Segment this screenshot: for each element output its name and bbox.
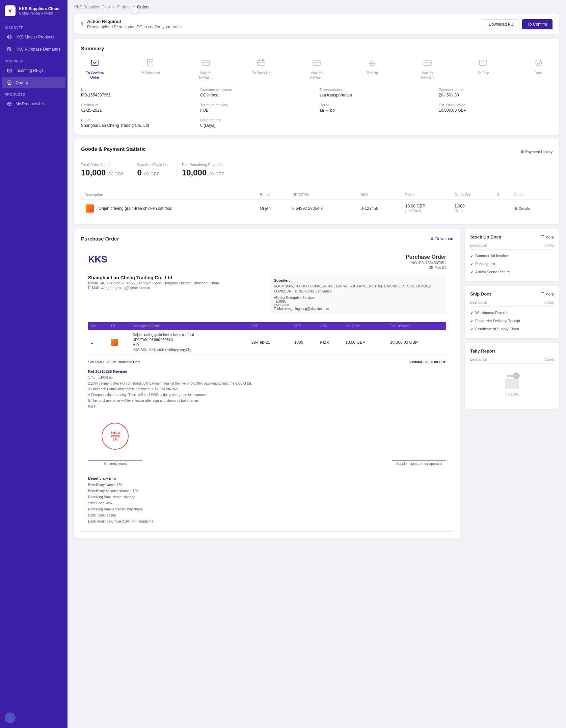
breadcrumb-link-club[interactable]: KKS Suppliers Club [74,5,110,9]
step-connector-4 [275,63,303,63]
to-confirm-button[interactable]: To Confirm [522,19,552,29]
svg-rect-19 [202,61,210,65]
beneficiary-title: Beneficiary info [88,476,116,480]
po-inner-header: KKS Purchase Order NO.:PO-1554387951 25-… [88,254,446,270]
step-label-wait3: Wait for Payment [416,71,439,80]
tally-col-action: Action [544,358,554,361]
tally-report-card: Tally Report Description Action No Data [465,343,559,409]
sig-block-sender: 上海兰成贸易有限公司 Sincerely yours [88,423,142,466]
sig-line-sender [88,452,142,460]
chevron-down-icon-3: ∨ [470,270,473,274]
col-description: Description [81,190,257,200]
po-col-price: Unit Price [343,322,387,330]
details-link[interactable]: ☰ Details [514,206,549,211]
breadcrumb-link-orders[interactable]: Orders [117,5,130,9]
supplier-tel: Tel:888, [274,300,443,303]
product-name: Orijen craving grain-free chicken cat fo… [99,206,172,211]
po-table-header: NO. Pic Description&Code BBD QTY UOM Uni… [88,322,446,330]
step-icon-wait2 [311,57,323,69]
po-ref: Ref:20210225-Revised [88,369,446,373]
step-wait-payment-3: Wait for Payment [414,57,441,80]
svg-line-7 [11,51,11,51]
doc-item-commercial-invoice: ∨ Commercial Invoice [470,252,554,260]
doc-item-label-packing: Packing List [475,262,495,266]
step-connector-2 [164,63,192,63]
po-from-email: E-Mail: wangmingming@kksclub.com [88,286,264,290]
order-steps: To Confirm Order PI Submitted [81,57,552,80]
ship-docs-card: Ship Docs ☰ More Description Status ∨ Wa… [465,286,559,338]
details-label: Details [519,206,530,211]
step-label-stock: To Stock Up [252,71,270,75]
tally-col-desc: Description [470,358,487,361]
svg-rect-14 [91,60,98,65]
payment-stat-card: Goods & Payment Statistic ☰ Payment Hist… [74,139,559,224]
payment-history-link[interactable]: ☰ Payment History [520,149,552,154]
po-col-bbd: BBD [249,322,292,330]
po-line-items-table: NO. Pic Description&Code BBD QTY UOM Uni… [88,322,446,355]
goods-table-container: Description Brand UPC/EAN MID Price Orde… [81,190,552,218]
sidebar-section-business: BUSINESS [0,55,68,64]
sidebar-item-master-products[interactable]: KKS Master Products [2,31,65,43]
doc-item-label-certificate: Certificate of Supply Chain [475,327,519,331]
sidebar-label-incoming-rfqs: Incoming RFQs [16,68,44,73]
step-label-ship: To Ship [367,71,378,75]
ship-docs-more-button[interactable]: ☰ More [541,292,554,296]
step-to-stock-up: To Stock Up [247,57,275,75]
payment-history-icon: ☰ [520,149,524,154]
po-product-thumb [111,339,118,346]
detail-customs: Customs clearance CC Import [200,88,314,97]
supplier-address: ROOM 1605, HO KING COMMERCIAL CENTRE, 2-… [274,284,443,294]
tally-cols: Description Action [470,358,554,364]
beneficiary-bank-code: Bank Code: daima [88,513,116,517]
content-area: ℹ Action Required Please upload PI or si… [68,14,566,728]
more-icon-stock: ☰ [541,235,544,239]
po-document: KKS Purchase Order NO.:PO-1554387951 25-… [81,247,453,532]
step-label-done: Done [535,71,543,75]
sidebar-item-incoming-rfqs[interactable]: Incoming RFQs [2,65,65,76]
sidebar-item-my-products[interactable]: My Products List [2,98,65,110]
sidebar-label-my-products: My Products List [16,102,46,106]
sidebar-collapse-button[interactable]: ‹ [132,7,138,13]
sidebar: V KKS Suppliers Cloud Global trading pla… [0,0,68,728]
step-connector-7 [441,63,469,63]
detail-buyer: Buyer Shanghai Lan Cheng Trading Co., Lt… [81,118,195,128]
stock-up-docs-more-button[interactable]: ☰ More [541,235,554,239]
po-from-address: Room 146, Building 2, No.723 Tongxin Roa… [88,281,264,285]
payment-stats-row: Total Order Value 10,000.00 GBP Received… [81,163,552,183]
supplier-fax: Fax:0-888 [274,303,443,307]
stock-up-docs-header: Stock Up Docs ☰ More [470,234,554,240]
po-subtotal: Subtotal 10,000.00 GBP [408,360,446,364]
step-label-wait2: Wait for Payment [305,71,328,80]
main-content: ‹ KKS Suppliers Club / Orders / Orders ℹ… [68,0,566,728]
row-upc: 0 64992 28054 3 [289,200,358,218]
summary-title: Summary [81,46,552,51]
step-label-wait1: Wait for Payment [194,71,218,80]
sidebar-item-purchase-demands[interactable]: KKS Purchase Demands [2,44,65,55]
po-col-desc: Description&Code [130,322,249,330]
po-parties: Shanghai Lan Cheng Trading Co., Ltd Room… [88,275,446,318]
download-po-button[interactable]: Download PO [483,19,519,29]
ship-docs-header: Ship Docs ☰ More [470,291,554,297]
ship-docs-title: Ship Docs [470,291,492,297]
row-description: Orijen craving grain-free chicken cat fo… [81,200,257,218]
po-download-button[interactable]: ⬇ Download [430,236,453,241]
product-thumbnail [86,204,94,213]
doc-item-arrival-scene: ∨ Arrival Scene Picture [470,268,554,276]
user-avatar[interactable]: 👤 [5,712,16,723]
docs-section: Stock Up Docs ☰ More Description Status … [465,229,559,538]
goods-table: Description Brand UPC/EAN MID Price Orde… [81,190,552,218]
svg-rect-28 [424,61,431,65]
po-download-label: Download [435,236,453,241]
file-search-icon [7,47,12,52]
no-data-label: No Data [505,392,519,397]
step-wait-payment-2: Wait for Payment [303,57,330,80]
po-item-total: 10,000.00 GBP [387,330,446,355]
sig-stamp: 上海兰成贸易有限公司 [102,423,129,450]
supplier-company: Alibaba Enterprise Services [274,296,443,300]
sidebar-item-orders[interactable]: Orders [2,77,65,88]
detail-leading-time: Leading time 6 (Days) [200,118,314,128]
step-to-confirm: To Confirm Order [81,57,109,80]
step-icon-ship [366,57,378,69]
action-banner-title: Action Required [87,19,479,24]
order-details-grid: No PO-1554387951 Customs clearance CC Im… [81,88,552,128]
